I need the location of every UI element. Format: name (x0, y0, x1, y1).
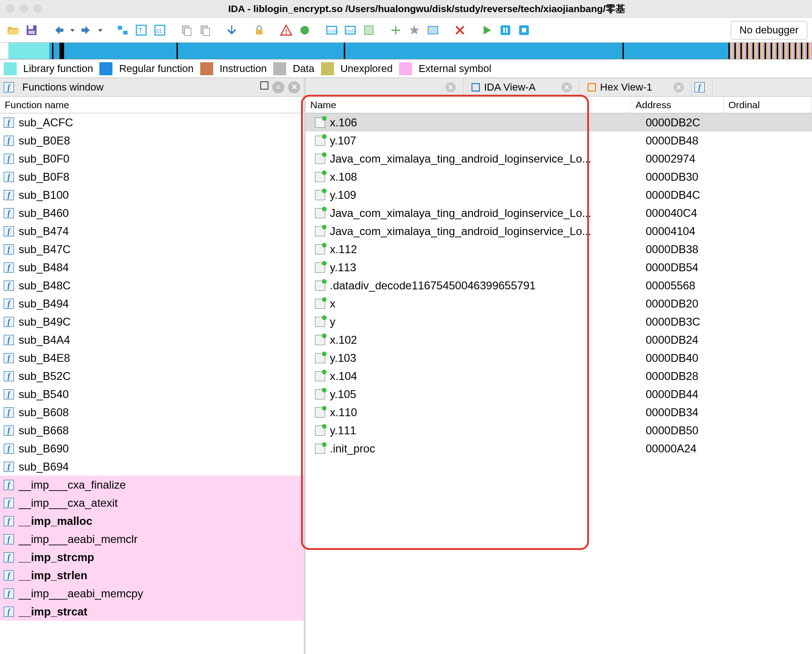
function-row[interactable]: f__imp___aeabi_memcpy (0, 584, 304, 602)
function-row[interactable]: fsub_B4E8 (0, 349, 304, 367)
tab-close-icon[interactable]: ✕ (445, 82, 456, 92)
tool-struct-icon[interactable] (360, 22, 377, 39)
export-row[interactable]: y0000DB3C (306, 313, 812, 331)
tab-exports[interactable]: ✕ (306, 78, 464, 96)
tool-delete-icon[interactable] (452, 22, 468, 39)
minimize-window-icon[interactable] (20, 5, 28, 13)
export-row[interactable]: y.1070000DB48 (306, 131, 812, 150)
export-row[interactable]: x0000DB20 (306, 294, 812, 313)
function-row[interactable]: fsub_B694 (0, 458, 304, 476)
tool-star-icon[interactable] (406, 22, 423, 39)
function-row[interactable]: fsub_B48C (0, 276, 304, 294)
function-row[interactable]: f__imp___aeabi_memclr (0, 530, 304, 548)
function-row[interactable]: f__imp_strlen (0, 566, 304, 584)
function-row[interactable]: fsub_B460 (0, 204, 304, 222)
legend-swatch-external (399, 62, 412, 75)
panel-close-icon[interactable]: ✕ (288, 81, 300, 93)
function-row[interactable]: fsub_B474 (0, 222, 304, 240)
nav-back-menu-icon[interactable] (69, 22, 76, 39)
debug-pause-icon[interactable] (497, 22, 514, 39)
svg-rect-21 (428, 26, 438, 33)
tab-close-icon[interactable]: ✕ (562, 82, 572, 92)
export-row[interactable]: x.1060000DB2C (306, 113, 812, 131)
functions-column-header[interactable]: Function name (0, 97, 304, 113)
export-row[interactable]: y.1130000DB54 (306, 258, 812, 276)
function-row[interactable]: fsub_B494 (0, 294, 304, 313)
function-row[interactable]: f__imp_malloc (0, 512, 304, 530)
col-address[interactable]: Address (631, 97, 724, 113)
function-row[interactable]: f__imp___cxa_finalize (0, 476, 304, 494)
tool-image-icon[interactable] (425, 22, 441, 39)
function-row[interactable]: f__imp___cxa_atexit (0, 494, 304, 512)
tool-segment-icon[interactable] (114, 22, 131, 39)
tool-data-icon[interactable]: DATA (342, 22, 359, 39)
export-row[interactable]: Java_com_ximalaya_ting_android_loginserv… (306, 204, 812, 222)
function-row[interactable]: f__imp_strcmp (0, 548, 304, 566)
function-row[interactable]: fsub_B608 (0, 403, 304, 421)
col-ordinal[interactable]: Ordinal (724, 97, 812, 113)
tool-lock-icon[interactable] (251, 22, 268, 39)
tool-code-icon[interactable]: CODE (323, 22, 340, 39)
nav-forward-menu-icon[interactable] (97, 22, 104, 39)
export-icon (315, 244, 325, 255)
export-row[interactable]: x.1020000DB24 (306, 331, 812, 349)
nav-forward-icon[interactable] (78, 22, 95, 39)
function-row[interactable]: f__imp_strcat (0, 602, 304, 621)
export-row[interactable]: y.1090000DB4C (306, 186, 812, 204)
tool-record-icon[interactable] (296, 22, 313, 39)
function-name: __imp___aeabi_memcpy (19, 587, 143, 600)
export-row[interactable]: x.1100000DB34 (306, 403, 812, 421)
debug-stop-icon[interactable] (516, 22, 532, 39)
export-icon (315, 154, 325, 164)
export-row[interactable]: x.1120000DB38 (306, 240, 812, 258)
tool-copy-icon[interactable] (178, 22, 195, 39)
exports-column-header[interactable]: Name Address Ordinal (306, 97, 812, 113)
function-row[interactable]: fsub_B52C (0, 367, 304, 385)
function-row[interactable]: fsub_B484 (0, 258, 304, 276)
tool-add-green-icon[interactable] (387, 22, 404, 39)
export-row[interactable]: Java_com_ximalaya_ting_android_loginserv… (306, 150, 812, 168)
export-row[interactable]: .datadiv_decode1167545004639965579100005… (306, 276, 812, 294)
export-row[interactable]: x.1040000DB28 (306, 367, 812, 385)
tool-down-arrow-icon[interactable] (224, 22, 241, 39)
function-row[interactable]: fsub_B49C (0, 313, 304, 331)
tool-cut-icon[interactable] (197, 22, 214, 39)
tool-warning-icon[interactable]: ! (278, 22, 295, 39)
open-file-icon[interactable] (5, 22, 21, 39)
col-name[interactable]: Name (306, 97, 631, 113)
debug-run-icon[interactable] (478, 22, 495, 39)
function-row[interactable]: fsub_B0F0 (0, 150, 304, 168)
export-row[interactable]: y.1030000DB40 (306, 349, 812, 367)
export-row[interactable]: x.1080000DB30 (306, 168, 812, 186)
navigation-overview[interactable] (0, 43, 812, 59)
tab-close-icon[interactable]: ✕ (674, 82, 684, 92)
tool-hex-icon[interactable]: 01 (151, 22, 168, 39)
export-row[interactable]: Java_com_ximalaya_ting_android_loginserv… (306, 222, 812, 240)
save-icon[interactable] (23, 22, 40, 39)
col-function-name[interactable]: Function name (0, 97, 304, 113)
panel-float-icon[interactable] (260, 81, 268, 90)
tab-more[interactable]: f (692, 78, 713, 96)
function-row[interactable]: fsub_B100 (0, 186, 304, 204)
nav-back-icon[interactable] (50, 22, 67, 39)
function-row[interactable]: fsub_B4A4 (0, 331, 304, 349)
debugger-selector[interactable]: No debugger (731, 21, 807, 39)
function-row[interactable]: fsub_B668 (0, 421, 304, 439)
tool-text-icon[interactable]: T (133, 22, 150, 39)
zoom-window-icon[interactable] (33, 5, 41, 13)
close-window-icon[interactable] (7, 5, 14, 13)
export-row[interactable]: .init_proc00000A24 (306, 439, 812, 458)
function-row[interactable]: fsub_B540 (0, 385, 304, 403)
exports-list[interactable]: x.1060000DB2Cy.1070000DB48Java_com_ximal… (306, 113, 812, 654)
function-row[interactable]: fsub_B0E8 (0, 131, 304, 150)
tab-ida-view-a[interactable]: IDA View-A ✕ (464, 78, 580, 96)
panel-menu-icon[interactable]: ≡ (272, 81, 284, 93)
function-row[interactable]: fsub_ACFC (0, 113, 304, 131)
export-row[interactable]: y.1110000DB50 (306, 421, 812, 439)
export-row[interactable]: y.1050000DB44 (306, 385, 812, 403)
function-row[interactable]: fsub_B0F8 (0, 168, 304, 186)
tab-hex-view[interactable]: Hex View-1 ✕ (580, 78, 692, 96)
functions-list[interactable]: fsub_ACFCfsub_B0E8fsub_B0F0fsub_B0F8fsub… (0, 113, 304, 654)
function-row[interactable]: fsub_B690 (0, 439, 304, 458)
function-row[interactable]: fsub_B47C (0, 240, 304, 258)
